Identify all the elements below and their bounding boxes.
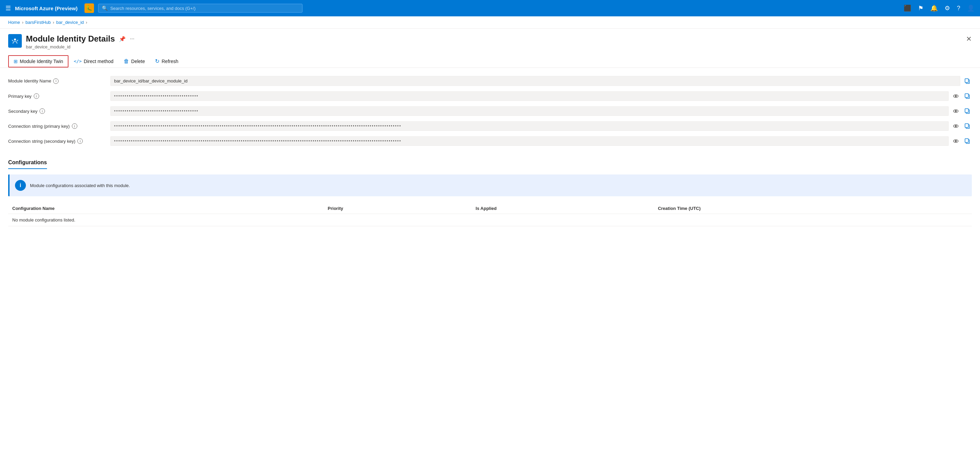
- page-title: Module Identity Details: [26, 34, 115, 44]
- connection-string-secondary-label: Connection string (secondary key) i: [8, 138, 103, 144]
- page-icon: [8, 34, 22, 48]
- info-banner: i Module configurations associated with …: [8, 174, 972, 196]
- svg-point-4: [955, 96, 956, 97]
- main-content: Module Identity Name i bar_device_id/bar…: [0, 68, 980, 474]
- configurations-section-title: Configurations: [8, 160, 47, 169]
- module-twin-icon: ⊞: [14, 59, 18, 64]
- direct-method-label: Direct method: [84, 59, 113, 64]
- secondary-key-label: Secondary key i: [8, 109, 103, 114]
- col-is-applied: Is Applied: [471, 203, 654, 214]
- module-identity-name-value-container: bar_device_id/bar_device_module_id: [110, 76, 972, 86]
- bug-icon[interactable]: 🐛: [84, 3, 94, 13]
- delete-label: Delete: [131, 59, 145, 64]
- primary-key-copy-button[interactable]: [963, 92, 972, 101]
- delete-icon: 🗑: [124, 58, 129, 64]
- info-banner-icon: i: [15, 180, 26, 191]
- svg-rect-18: [965, 139, 969, 142]
- connection-string-secondary-value-container: ••••••••••••••••••••••••••••••••••••••••…: [110, 136, 972, 146]
- no-data-message: No module configurations listed.: [8, 214, 972, 226]
- notifications-icon[interactable]: 🔔: [930, 5, 938, 12]
- help-icon[interactable]: ?: [957, 5, 960, 12]
- primary-key-value-container: ••••••••••••••••••••••••••••••••••••••••: [110, 91, 972, 101]
- secondary-key-copy-button[interactable]: [963, 107, 972, 115]
- module-identity-name-row: Module Identity Name i bar_device_id/bar…: [8, 76, 972, 86]
- breadcrumb: Home › barsFirstHub › bar_device_id ›: [0, 16, 980, 29]
- connection-secondary-info-icon[interactable]: i: [77, 138, 83, 144]
- secondary-key-value: ••••••••••••••••••••••••••••••••••••••••: [110, 106, 949, 116]
- secondary-key-row: Secondary key i ••••••••••••••••••••••••…: [8, 106, 972, 116]
- svg-rect-2: [965, 79, 969, 83]
- app-title: Microsoft Azure (Preview): [15, 5, 78, 11]
- close-icon[interactable]: ✕: [966, 35, 972, 43]
- connection-string-secondary-value: ••••••••••••••••••••••••••••••••••••••••…: [110, 136, 949, 146]
- connection-string-primary-value-container: ••••••••••••••••••••••••••••••••••••••••…: [110, 121, 972, 131]
- pin-icon[interactable]: 📌: [119, 36, 126, 42]
- search-icon: 🔍: [102, 5, 108, 11]
- connection-primary-copy-button[interactable]: [963, 122, 972, 131]
- primary-key-row: Primary key i ••••••••••••••••••••••••••…: [8, 91, 972, 101]
- module-identity-name-copy-button[interactable]: [963, 77, 972, 86]
- account-icon[interactable]: 👤: [967, 5, 975, 12]
- topbar-icons: ⬛ ⚑ 🔔 ⚙ ? 👤: [904, 5, 975, 12]
- hamburger-menu[interactable]: ☰: [5, 5, 11, 12]
- svg-point-0: [14, 38, 16, 41]
- connection-secondary-copy-button[interactable]: [963, 137, 972, 145]
- connection-string-primary-value: ••••••••••••••••••••••••••••••••••••••••…: [110, 121, 949, 131]
- search-bar[interactable]: 🔍: [98, 4, 302, 13]
- direct-method-icon: </>: [73, 59, 81, 64]
- col-priority: Priority: [324, 203, 471, 214]
- svg-point-12: [955, 125, 956, 127]
- breadcrumb-hub[interactable]: barsFirstHub: [25, 20, 51, 25]
- delete-button[interactable]: 🗑 Delete: [119, 55, 150, 67]
- direct-method-button[interactable]: </> Direct method: [68, 56, 119, 67]
- refresh-icon: ↻: [155, 58, 159, 64]
- col-creation-time: Creation Time (UTC): [654, 203, 972, 214]
- module-identity-name-label: Module Identity Name i: [8, 78, 103, 84]
- secondary-key-eye-button[interactable]: [951, 107, 960, 115]
- svg-point-8: [955, 110, 956, 112]
- topbar: ☰ Microsoft Azure (Preview) 🐛 🔍 ⬛ ⚑ 🔔 ⚙ …: [0, 0, 980, 16]
- more-options-icon[interactable]: ···: [130, 36, 134, 42]
- svg-rect-14: [965, 124, 969, 128]
- module-identity-name-info-icon[interactable]: i: [53, 78, 59, 84]
- connection-primary-eye-button[interactable]: [951, 122, 960, 131]
- page-subtitle: bar_device_module_id: [26, 44, 972, 49]
- svg-point-16: [955, 140, 956, 142]
- svg-rect-10: [965, 109, 969, 112]
- configurations-table: Configuration Name Priority Is Applied C…: [8, 203, 972, 226]
- feedback-icon[interactable]: ⚑: [918, 5, 923, 12]
- secondary-key-info-icon[interactable]: i: [40, 109, 45, 114]
- toolbar: ⊞ Module Identity Twin </> Direct method…: [8, 52, 972, 67]
- refresh-button[interactable]: ↻ Refresh: [150, 55, 183, 67]
- connection-primary-info-icon[interactable]: i: [72, 123, 77, 129]
- settings-icon[interactable]: ⚙: [945, 5, 950, 12]
- search-input[interactable]: [110, 6, 299, 11]
- page-header: Module Identity Details 📌 ··· ✕ bar_devi…: [0, 29, 980, 68]
- breadcrumb-home[interactable]: Home: [8, 20, 20, 25]
- svg-rect-6: [965, 94, 969, 97]
- primary-key-label: Primary key i: [8, 93, 103, 99]
- info-banner-text: Module configurations associated with th…: [30, 183, 130, 188]
- col-config-name: Configuration Name: [8, 203, 324, 214]
- module-twin-label: Module Identity Twin: [20, 59, 63, 64]
- refresh-label: Refresh: [161, 59, 178, 64]
- connection-string-primary-label: Connection string (primary key) i: [8, 123, 103, 129]
- connection-string-primary-row: Connection string (primary key) i ••••••…: [8, 121, 972, 131]
- connection-secondary-eye-button[interactable]: [951, 137, 960, 145]
- cloud-shell-icon[interactable]: ⬛: [904, 5, 911, 12]
- breadcrumb-device[interactable]: bar_device_id: [56, 20, 84, 25]
- module-identity-name-value: bar_device_id/bar_device_module_id: [110, 76, 960, 86]
- connection-string-secondary-row: Connection string (secondary key) i ••••…: [8, 136, 972, 146]
- primary-key-value: ••••••••••••••••••••••••••••••••••••••••: [110, 91, 949, 101]
- secondary-key-value-container: ••••••••••••••••••••••••••••••••••••••••: [110, 106, 972, 116]
- module-identity-twin-button[interactable]: ⊞ Module Identity Twin: [8, 55, 68, 67]
- primary-key-info-icon[interactable]: i: [34, 93, 39, 99]
- primary-key-eye-button[interactable]: [951, 92, 960, 101]
